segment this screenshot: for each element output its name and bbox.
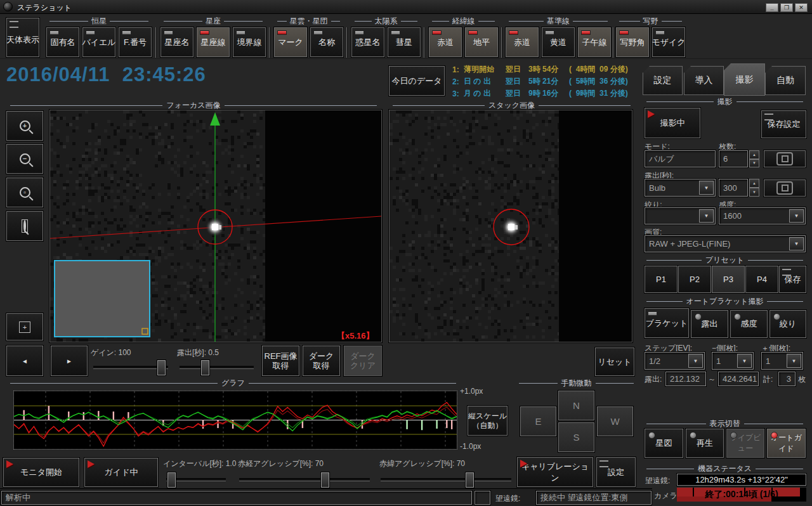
- toolbar-button-mosaic[interactable]: モザイク: [652, 27, 685, 57]
- quality-dropdown[interactable]: RAW + JPEG-L(FINE)▼: [645, 235, 806, 252]
- shooting-button[interactable]: 撮影中: [645, 108, 700, 138]
- zoom-out-button[interactable]: −: [6, 144, 43, 174]
- view-playback-button[interactable]: 再生: [686, 429, 724, 458]
- guide-settings-button[interactable]: 設定: [596, 457, 636, 487]
- tab-auto[interactable]: 自動: [765, 66, 806, 95]
- dropdown-arrow-icon[interactable]: ▼: [688, 354, 703, 368]
- toolbar-button-equatorial-grid[interactable]: 赤道: [429, 27, 462, 57]
- aperture-dropdown[interactable]: ▼: [645, 207, 716, 224]
- bracket-toggle-button[interactable]: ブラケット: [645, 308, 689, 338]
- view-starchart-button[interactable]: 星図: [645, 429, 683, 458]
- radio-icon: [690, 432, 697, 439]
- ra-aggressive-slider-handle[interactable]: [321, 472, 329, 488]
- view-autoguide-button[interactable]: オートガイド: [767, 429, 806, 458]
- interval-slider-handle[interactable]: [167, 472, 176, 488]
- dark-capture-button[interactable]: ダーク取得: [303, 346, 340, 376]
- zoom-fit-button[interactable]: ▫: [6, 178, 43, 207]
- interval-label: インターバル[秒]: 1.0: [163, 458, 236, 469]
- star-detect-button[interactable]: [6, 211, 43, 241]
- bracket-aperture-button[interactable]: 絞り: [769, 310, 806, 338]
- title-bar[interactable]: ステラショット _ ❐ ✕: [0, 0, 812, 14]
- calibration-button[interactable]: キャリブレーション: [517, 457, 593, 487]
- status-bar: 解析中 望遠鏡: 接続中 望遠鏡位置:東側: [0, 488, 652, 506]
- radio-icon: [695, 313, 702, 320]
- toolbar-button-constname[interactable]: 星座名: [160, 27, 193, 57]
- dropdown-arrow-icon[interactable]: ▼: [789, 237, 804, 250]
- ref-image-button[interactable]: REF画像取得: [262, 346, 299, 376]
- save-settings-button[interactable]: 保存設定: [761, 110, 806, 138]
- dec-aggressive-slider-handle[interactable]: [466, 472, 474, 488]
- stellashot-window: ステラショット _ ❐ ✕ 天体表示 恒星 固有名 バイエル F.番号 星座 星…: [0, 0, 812, 506]
- zoom-in-icon: +: [20, 120, 30, 131]
- iso-dropdown[interactable]: 1600▼: [719, 207, 806, 224]
- bracket-iso-button[interactable]: 感度: [730, 310, 768, 338]
- monitor-start-button[interactable]: モニタ開始: [3, 458, 79, 487]
- bracket-exposure-button[interactable]: 露出: [691, 310, 728, 338]
- zoom-in-button[interactable]: +: [6, 111, 43, 141]
- exposure-dropdown[interactable]: Bulb▼: [645, 179, 716, 197]
- tab-goto[interactable]: 導入: [684, 66, 724, 95]
- toolbar-button-boundary[interactable]: 境界線: [233, 27, 266, 57]
- dropdown-arrow-icon[interactable]: ▼: [699, 181, 714, 195]
- stack-image-view[interactable]: [389, 110, 632, 342]
- count-field[interactable]: 6: [719, 150, 748, 167]
- minus-frames-dropdown[interactable]: 1▼: [712, 352, 754, 370]
- toolbar-separator: [155, 27, 157, 58]
- preset-p2-button[interactable]: P2: [678, 266, 711, 293]
- toolbar-button-fov-angle[interactable]: 写野角: [616, 27, 649, 57]
- spin-down-icon: ▼: [749, 188, 759, 197]
- celestial-display-button[interactable]: 天体表示: [6, 18, 39, 57]
- move-north-button[interactable]: N: [558, 391, 594, 420]
- toolbar-button-bayer[interactable]: バイエル: [82, 27, 115, 57]
- toolbar-button-equator-line[interactable]: 赤道: [506, 27, 539, 57]
- dropdown-arrow-icon[interactable]: ▼: [789, 209, 804, 223]
- dropdown-arrow-icon[interactable]: ▼: [787, 354, 801, 368]
- view-liveview-button[interactable]: ライブビュー: [726, 429, 764, 458]
- move-south-button[interactable]: S: [558, 422, 594, 452]
- minimize-button-icon[interactable]: _: [766, 3, 778, 12]
- toolbar-button-planetname[interactable]: 惑星名: [351, 27, 384, 57]
- preset-p3-button[interactable]: P3: [712, 266, 745, 293]
- toolbar-button-fnumber[interactable]: F.番号: [119, 27, 152, 57]
- preset-p4-button[interactable]: P4: [745, 266, 778, 293]
- toolbar-button-name[interactable]: 名称: [310, 27, 343, 57]
- focus-exposure-slider-handle[interactable]: [201, 360, 209, 375]
- tab-settings[interactable]: 設定: [643, 66, 683, 95]
- guide-graph[interactable]: [14, 391, 457, 449]
- plus-frames-dropdown[interactable]: 1▼: [761, 352, 803, 370]
- exposure-test-button[interactable]: [764, 179, 806, 197]
- guiding-button[interactable]: ガイド中: [84, 458, 158, 487]
- dark-clear-button[interactable]: ダーククリア: [344, 346, 382, 376]
- mode-field[interactable]: バルブ: [645, 150, 716, 167]
- restore-button-icon[interactable]: ❐: [780, 3, 793, 12]
- toolbar-button-mark[interactable]: マーク: [274, 27, 307, 57]
- count-spinner[interactable]: ▲▼: [749, 150, 759, 167]
- exposure-spinner[interactable]: ▲▼: [749, 179, 759, 197]
- focus-image-view[interactable]: 【x5.16】: [49, 110, 382, 342]
- toolbar-button-meridian-line[interactable]: 子午線: [578, 27, 611, 57]
- exposure-seconds-field[interactable]: 300: [719, 179, 748, 197]
- dropdown-arrow-icon[interactable]: ▼: [737, 354, 752, 368]
- toolbar-separator: [424, 27, 425, 58]
- close-button-icon[interactable]: ✕: [795, 3, 808, 12]
- next-star-button[interactable]: ►: [51, 346, 88, 376]
- step-dropdown[interactable]: 1/2▼: [645, 352, 705, 370]
- dropdown-arrow-icon[interactable]: ▼: [699, 209, 714, 223]
- toolbar-button-comet[interactable]: 彗星: [388, 27, 421, 57]
- preset-save-button[interactable]: 保存: [779, 266, 806, 293]
- vertical-scale-button[interactable]: 縦スケール（自動）: [468, 406, 508, 436]
- prev-star-button[interactable]: ◄: [6, 346, 43, 376]
- gain-slider-handle[interactable]: [157, 360, 166, 375]
- move-east-button[interactable]: E: [520, 406, 556, 436]
- move-west-button[interactable]: W: [597, 406, 633, 436]
- crosshair-add-button[interactable]: +: [6, 313, 43, 341]
- stack-reset-button[interactable]: リセット: [595, 347, 634, 376]
- count-test-button[interactable]: [764, 150, 806, 167]
- tab-shooting[interactable]: 撮影: [724, 63, 765, 96]
- toolbar-button-horizon-grid[interactable]: 地平: [465, 27, 498, 57]
- today-data-button[interactable]: 今日のデータ: [389, 66, 445, 96]
- preset-p1-button[interactable]: P1: [645, 266, 678, 293]
- toolbar-button-ecliptic-line[interactable]: 黄道: [542, 27, 575, 57]
- toolbar-button-propername[interactable]: 固有名: [46, 27, 79, 57]
- toolbar-button-constlines[interactable]: 星座線: [197, 27, 230, 57]
